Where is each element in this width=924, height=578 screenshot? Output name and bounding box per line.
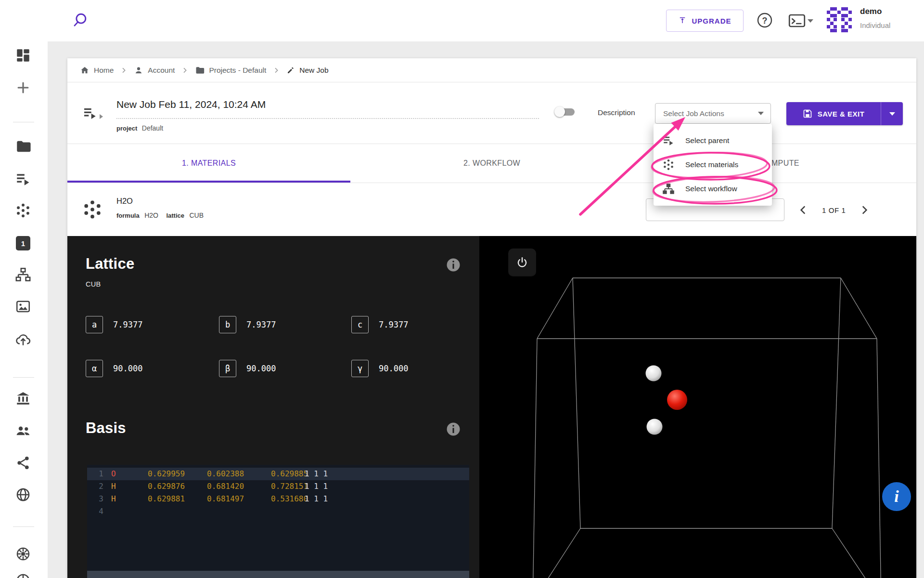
formula-label: formula <box>116 212 140 219</box>
job-icon-caret <box>100 114 103 119</box>
hydrogen-atom[interactable] <box>646 366 662 381</box>
lattice-param-b[interactable]: b 7.9377 <box>219 316 276 333</box>
breadcrumb-account[interactable]: Account <box>134 66 175 75</box>
power-button[interactable] <box>509 249 536 276</box>
share-icon[interactable] <box>15 455 31 471</box>
jobs-list-icon[interactable] <box>15 171 31 187</box>
oxygen-atom[interactable] <box>667 390 687 410</box>
gallery-icon[interactable] <box>15 299 31 315</box>
basis-line[interactable]: 4 <box>87 505 469 518</box>
breadcrumb-new-job[interactable]: New Job <box>286 66 328 75</box>
menu-item-select-parent[interactable]: Select parent <box>654 129 772 153</box>
project-label: project <box>116 125 137 132</box>
formula-value: H2O <box>144 211 158 219</box>
save-exit-button[interactable]: SAVE & EXIT <box>786 102 903 125</box>
job-title[interactable]: New Job Feb 11, 2024, 10:24 AM <box>116 99 266 110</box>
edit-pencil-icon <box>286 66 295 75</box>
chevron-right-icon <box>272 66 280 74</box>
basis-line[interactable]: 3 H 0.629881 0.681497 0.531680 1 1 1 <box>87 493 469 505</box>
hydrogen-atom[interactable] <box>647 419 663 435</box>
materials-dots-icon <box>662 158 675 171</box>
lattice-cube-wireframe <box>533 278 881 578</box>
topbar: UPGRADE ? demo Individual <box>0 0 924 41</box>
globe-icon[interactable] <box>15 486 31 503</box>
lattice-value: CUB <box>189 211 204 219</box>
breadcrumb-projects[interactable]: Projects - Default <box>195 66 266 75</box>
lattice-param-c[interactable]: c 7.9377 <box>351 316 408 333</box>
info-fab-icon: i <box>894 488 898 505</box>
editor-scrollbar[interactable] <box>87 571 469 578</box>
workspace: Lattice CUB a 7.9377 b 7.9377 c 7.9377 α… <box>67 236 916 578</box>
material-dots-icon <box>82 199 103 220</box>
upgrade-button[interactable]: UPGRADE <box>666 10 744 32</box>
lattice-label: lattice <box>166 212 184 219</box>
save-icon <box>803 109 812 118</box>
search-icon[interactable] <box>72 11 91 30</box>
lattice-param-beta[interactable]: β 90.000 <box>219 360 276 377</box>
wheel-icon[interactable] <box>15 546 31 562</box>
pagination-label: 1 OF 1 <box>822 206 846 214</box>
job-type-icon[interactable] <box>82 105 98 121</box>
chevron-down-icon <box>758 112 764 115</box>
sidebar-divider <box>13 526 34 527</box>
svg-text:?: ? <box>762 16 768 26</box>
basis-line[interactable]: 2 H 0.629876 0.681420 0.728151 1 1 1 <box>87 480 469 493</box>
lattice-info-icon[interactable] <box>445 256 462 274</box>
breadcrumb: Home Account Projects - Default New Job <box>67 58 916 82</box>
basis-title: Basis <box>86 420 126 437</box>
next-material-button[interactable] <box>856 202 873 218</box>
chevron-right-icon <box>181 66 189 74</box>
lattice-param-gamma[interactable]: γ 90.000 <box>351 360 408 377</box>
description-toggle[interactable] <box>555 108 575 116</box>
dashboard-icon[interactable] <box>15 47 31 64</box>
lattice-panel: Lattice CUB a 7.9377 b 7.9377 c 7.9377 α… <box>67 236 479 578</box>
avatar[interactable] <box>826 7 852 33</box>
job-header: New Job Feb 11, 2024, 10:24 AM project D… <box>67 82 916 144</box>
bottom-partial-icon[interactable] <box>15 572 31 578</box>
teams-icon[interactable] <box>15 422 31 439</box>
help-icon[interactable]: ? <box>756 11 774 29</box>
project-row: project Default <box>116 124 163 132</box>
job-title-underline <box>116 118 539 119</box>
menu-item-select-materials[interactable]: Select materials <box>654 153 772 177</box>
upgrade-icon <box>678 16 687 26</box>
lattice-param-alpha[interactable]: α 90.000 <box>86 360 142 377</box>
tab-materials[interactable]: 1. MATERIALS <box>67 144 350 183</box>
console-caret-icon <box>808 19 813 23</box>
basis-info-icon[interactable] <box>445 420 462 438</box>
sidebar-divider <box>13 377 34 378</box>
one-badge-icon[interactable]: 1 <box>16 236 30 250</box>
materials-dots-icon[interactable] <box>15 202 31 219</box>
select-job-actions-button[interactable]: Select Job Actions <box>655 103 771 124</box>
viewer-panel[interactable]: i <box>479 236 916 578</box>
viewer-info-fab[interactable]: i <box>882 482 911 511</box>
menu-item-select-workflow[interactable]: Select workflow <box>654 177 772 201</box>
basis-editor[interactable]: 1 O 0.629959 0.602388 0.629885 1 1 1 2 H… <box>87 465 469 578</box>
organization-icon[interactable] <box>15 390 31 407</box>
person-icon <box>134 66 143 75</box>
home-icon <box>80 66 90 75</box>
add-icon[interactable] <box>15 79 31 96</box>
lattice-param-a[interactable]: a 7.9377 <box>86 316 142 333</box>
sidebar: 1 <box>0 0 48 578</box>
toggle-thumb <box>554 106 565 117</box>
cloud-upload-icon[interactable] <box>15 331 31 348</box>
console-icon[interactable] <box>788 13 815 29</box>
chevron-left-icon <box>797 204 809 216</box>
jobs-list-icon <box>662 134 675 147</box>
projects-folder-icon[interactable] <box>15 138 31 155</box>
tab-workflow[interactable]: 2. WORKFLOW <box>350 144 633 183</box>
lattice-title: Lattice <box>86 255 134 273</box>
breadcrumb-home[interactable]: Home <box>80 66 114 75</box>
previous-material-button[interactable] <box>795 202 811 218</box>
save-dropdown-button[interactable] <box>881 102 903 125</box>
sidebar-divider <box>13 122 34 122</box>
upgrade-label: UPGRADE <box>692 17 731 25</box>
basis-line[interactable]: 1 O 0.629959 0.602388 0.629885 1 1 1 <box>87 468 469 480</box>
workflows-icon[interactable] <box>15 266 31 283</box>
power-icon <box>516 256 528 269</box>
lattice-type: CUB <box>86 280 101 288</box>
chevron-right-icon <box>120 66 128 74</box>
user-name[interactable]: demo <box>860 7 882 16</box>
folder-icon <box>195 66 205 75</box>
